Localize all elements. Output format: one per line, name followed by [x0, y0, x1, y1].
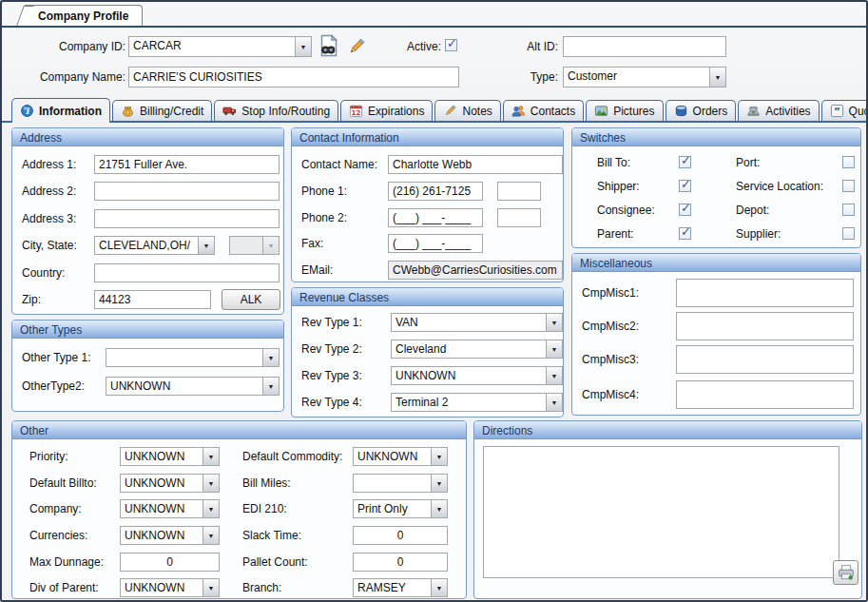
address-group: Address Address 1: Address 2: Address 3:…: [11, 127, 284, 315]
rev-type2-combo[interactable]: Cleveland ▼: [391, 340, 563, 359]
currencies-combo[interactable]: UNKNOWN ▼: [120, 526, 220, 545]
other-type2-combo[interactable]: UNKNOWN ▼: [106, 377, 280, 396]
tab-notes[interactable]: Notes: [434, 100, 500, 121]
edi-210-combo[interactable]: Print Only ▼: [353, 499, 448, 518]
chevron-down-icon[interactable]: ▼: [203, 500, 219, 517]
chevron-down-icon[interactable]: ▼: [203, 579, 219, 596]
edit-pencil-icon[interactable]: [346, 36, 367, 57]
search-document-icon[interactable]: [317, 33, 341, 58]
rev-type4-combo[interactable]: Terminal 2 ▼: [391, 393, 563, 412]
shipper-checkbox[interactable]: [679, 180, 691, 192]
cmpmisc1-field[interactable]: [676, 279, 854, 307]
address1-field[interactable]: [94, 155, 280, 174]
rev-type3-label: Rev Type 3:: [301, 369, 362, 382]
alk-button[interactable]: ALK: [222, 289, 280, 310]
rev-type1-value: VAN: [392, 314, 546, 331]
fax-field[interactable]: [388, 234, 483, 253]
active-checkbox[interactable]: [445, 39, 457, 51]
address3-field[interactable]: [94, 209, 280, 228]
chevron-down-icon[interactable]: ▼: [262, 349, 279, 366]
chevron-down-icon[interactable]: ▼: [546, 367, 562, 384]
type-value: Customer: [564, 68, 709, 87]
phone1-ext-field[interactable]: [497, 182, 541, 201]
address2-field[interactable]: [94, 182, 280, 201]
cmpmisc3-field[interactable]: [676, 345, 854, 374]
directions-textarea[interactable]: [483, 446, 839, 578]
tab-activities[interactable]: Activities: [738, 100, 819, 121]
print-button[interactable]: [833, 560, 858, 585]
contact-name-field[interactable]: [388, 155, 563, 174]
chevron-down-icon[interactable]: ▼: [262, 378, 279, 395]
chevron-down-icon[interactable]: ▼: [546, 314, 562, 331]
billto-checkbox[interactable]: [679, 156, 691, 168]
revenue-classes-group-title: Revenue Classes: [292, 288, 563, 306]
port-switch-label: Port:: [736, 156, 760, 169]
country-label: Country:: [22, 266, 65, 280]
cmpmisc4-field[interactable]: [676, 380, 854, 409]
slack-time-field[interactable]: [353, 526, 448, 545]
chevron-down-icon[interactable]: ▼: [203, 448, 219, 465]
priority-combo[interactable]: UNKNOWN ▼: [120, 447, 220, 466]
phone-icon: [746, 104, 761, 118]
other-types-group: Other Types Other Type 1: ▼ OtherType2: …: [11, 320, 284, 412]
cmpmisc2-field[interactable]: [676, 312, 854, 340]
port-checkbox[interactable]: [842, 156, 855, 168]
tab-billing-credit[interactable]: Billing/Credit: [112, 100, 212, 121]
default-commodity-combo[interactable]: UNKNOWN ▼: [353, 447, 448, 466]
svg-text:”: ”: [834, 106, 840, 117]
type-combo[interactable]: Customer ▼: [563, 67, 726, 87]
email-field[interactable]: [388, 261, 563, 280]
default-billto-combo[interactable]: UNKNOWN ▼: [120, 474, 220, 493]
company-id-combo[interactable]: CARCAR ▼: [128, 36, 312, 57]
consignee-checkbox[interactable]: [679, 204, 691, 216]
pallet-count-field[interactable]: [353, 553, 448, 572]
tab-company-profile[interactable]: Company Profile: [25, 5, 143, 26]
rev-type3-combo[interactable]: UNKNOWN ▼: [391, 366, 563, 385]
tab-information[interactable]: i Information: [11, 98, 110, 123]
other-type1-value: [106, 349, 262, 366]
slack-time-label: Slack Time:: [242, 529, 301, 542]
people-icon: [511, 104, 526, 118]
chevron-down-icon[interactable]: ▼: [431, 500, 447, 517]
type-label: Type:: [477, 70, 558, 84]
chevron-down-icon: ▼: [262, 237, 279, 254]
company-combo[interactable]: UNKNOWN ▼: [120, 499, 220, 518]
chevron-down-icon[interactable]: ▼: [203, 527, 219, 544]
company-name-label: Company Name:: [26, 70, 125, 84]
tab-contacts[interactable]: Contacts: [503, 100, 584, 121]
picture-icon: [594, 104, 608, 118]
chevron-down-icon[interactable]: ▼: [295, 37, 311, 56]
chevron-down-icon[interactable]: ▼: [431, 448, 447, 465]
parent-checkbox[interactable]: [679, 227, 691, 240]
tab-orders[interactable]: Orders: [665, 100, 737, 121]
chevron-down-icon[interactable]: ▼: [546, 340, 562, 358]
branch-combo[interactable]: RAMSEY ▼: [353, 578, 448, 597]
depot-checkbox[interactable]: [842, 204, 855, 216]
rev-type1-combo[interactable]: VAN ▼: [391, 313, 563, 332]
city-state-combo[interactable]: CLEVELAND,OH/ ▼: [94, 236, 215, 255]
zip-field[interactable]: [94, 290, 211, 309]
chevron-down-icon[interactable]: ▼: [709, 68, 725, 87]
chevron-down-icon[interactable]: ▼: [431, 579, 447, 596]
tab-quotes[interactable]: ” Quotes: [821, 100, 868, 121]
tab-expirations[interactable]: 12 Expirations: [340, 100, 433, 121]
service-location-checkbox[interactable]: [842, 180, 855, 192]
country-field[interactable]: [94, 263, 280, 282]
phone2-ext-field[interactable]: [497, 208, 541, 227]
phone2-field[interactable]: [388, 208, 483, 227]
supplier-checkbox[interactable]: [842, 227, 855, 240]
company-name-field[interactable]: [128, 67, 459, 87]
other-type1-combo[interactable]: ▼: [106, 348, 280, 367]
chevron-down-icon[interactable]: ▼: [546, 394, 562, 411]
alt-id-field[interactable]: [563, 36, 726, 57]
tab-stop-info-routing[interactable]: Stop Info/Routing: [214, 100, 338, 121]
div-of-parent-combo[interactable]: UNKNOWN ▼: [120, 578, 220, 597]
chevron-down-icon[interactable]: ▼: [203, 475, 219, 492]
chevron-down-icon[interactable]: ▼: [431, 475, 447, 492]
max-dunnage-field[interactable]: [120, 553, 220, 572]
phone1-field[interactable]: [388, 182, 483, 201]
chevron-down-icon[interactable]: ▼: [198, 237, 214, 254]
bill-miles-combo[interactable]: ▼: [353, 474, 448, 493]
supplier-switch-label: Supplier:: [736, 227, 781, 241]
tab-pictures[interactable]: Pictures: [586, 100, 663, 121]
